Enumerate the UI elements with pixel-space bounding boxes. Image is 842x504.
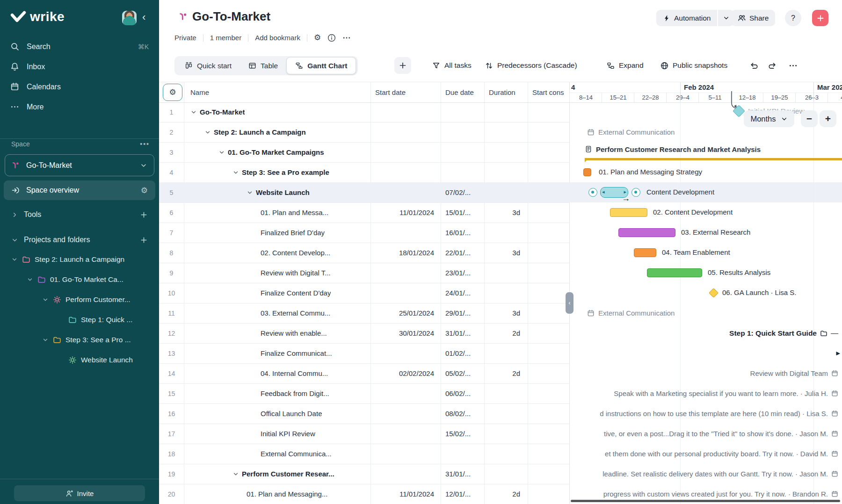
share-button[interactable]: Share xyxy=(731,10,775,26)
info-icon[interactable] xyxy=(327,34,336,42)
timeline-week-label[interactable]: 29–4 xyxy=(666,93,699,102)
task-name-cell[interactable]: Review with Digital T... xyxy=(184,263,370,283)
due-date-cell[interactable] xyxy=(441,444,484,464)
gantt-task-bar[interactable] xyxy=(610,208,647,217)
duration-cell[interactable] xyxy=(484,162,528,182)
start-date-cell[interactable] xyxy=(370,403,441,424)
gantt-task-square[interactable] xyxy=(583,168,591,176)
automation-button[interactable]: Automation xyxy=(656,10,717,26)
duration-cell[interactable] xyxy=(484,223,528,243)
chevron-down-icon[interactable] xyxy=(218,149,225,156)
start-date-cell[interactable] xyxy=(370,464,441,484)
start-date-cell[interactable] xyxy=(370,424,441,444)
chevron-down-icon[interactable] xyxy=(232,471,239,477)
task-name-cell[interactable]: 03. External Commu... xyxy=(184,303,370,323)
task-name-cell[interactable]: Finalize Content D'day xyxy=(184,283,370,303)
toolbar-more-ellipsis-icon[interactable] xyxy=(789,57,798,74)
start-date-cell[interactable] xyxy=(370,122,441,142)
duration-cell[interactable]: 2d xyxy=(484,363,528,383)
start-date-cell[interactable] xyxy=(370,162,441,182)
task-name-cell[interactable]: Initial KPI Review xyxy=(184,424,370,444)
duration-cell[interactable] xyxy=(484,283,528,303)
table-row[interactable]: 15Feedback from Digit...06/02/... xyxy=(159,383,569,404)
gantt-row-right[interactable]: Step 1: Quick Start Guide— xyxy=(729,323,838,343)
timeline-week-label[interactable]: 8–14 xyxy=(569,93,602,102)
horizontal-scrollbar[interactable] xyxy=(571,500,840,502)
duration-cell[interactable] xyxy=(484,142,528,162)
chevron-down-icon[interactable] xyxy=(11,237,18,244)
zoom-level-dropdown[interactable]: Months xyxy=(744,110,794,127)
duration-cell[interactable]: 3d xyxy=(484,303,528,323)
start-date-cell[interactable]: 11/01/2024 xyxy=(370,484,441,504)
tab-gantt-chart[interactable]: Gantt Chart xyxy=(286,57,356,74)
task-name-cell[interactable]: Step 3: See a Pro example xyxy=(184,162,370,182)
tab-table[interactable]: Table xyxy=(240,58,286,74)
task-name-cell[interactable]: Offical Launch Date xyxy=(184,403,370,424)
timeline-week-label[interactable]: 26–3 xyxy=(795,93,828,102)
public-snapshots-control[interactable]: Public snapshots xyxy=(661,57,727,74)
chevron-down-icon[interactable] xyxy=(204,129,211,136)
timeline-week-label[interactable]: 19–25 xyxy=(763,93,796,102)
plus-icon[interactable] xyxy=(140,236,148,244)
chevron-right-icon[interactable] xyxy=(11,211,18,218)
due-date-cell[interactable]: 22/01/... xyxy=(441,243,484,263)
timeline-week-label[interactable]: 22–28 xyxy=(634,93,667,102)
start-date-cell[interactable] xyxy=(370,182,441,202)
start-date-cell[interactable] xyxy=(370,102,441,122)
settings-gear-icon[interactable]: ⚙ xyxy=(314,33,321,43)
table-row[interactable]: 802. Content Develop...18/01/202422/01/.… xyxy=(159,243,569,263)
expand-control[interactable]: Expand xyxy=(607,57,644,74)
table-row[interactable]: 301. Go-To Market Campaigns xyxy=(159,142,569,163)
duration-cell[interactable]: 2d xyxy=(484,323,528,343)
table-row[interactable]: 5Website Launch07/02/... xyxy=(159,182,569,203)
duration-cell[interactable] xyxy=(484,444,528,464)
column-header-name[interactable]: Name xyxy=(190,82,209,102)
invite-button[interactable]: Invite xyxy=(14,485,145,501)
tab-quick-start[interactable]: Quick start xyxy=(176,58,240,74)
timeline-week-label[interactable]: 4– xyxy=(827,93,842,102)
due-date-cell[interactable]: 06/02/... xyxy=(441,383,484,403)
gantt-row-right[interactable]: d instructions on how to use this templa… xyxy=(600,403,838,424)
duration-cell[interactable] xyxy=(484,182,528,202)
chevron-down-icon[interactable] xyxy=(190,109,197,115)
filter-all-tasks[interactable]: All tasks xyxy=(432,57,472,74)
due-date-cell[interactable]: 29/01/... xyxy=(441,303,484,323)
privacy-label[interactable]: Private xyxy=(174,34,196,42)
table-settings-gear-button[interactable]: ⚙ xyxy=(163,84,182,101)
due-date-cell[interactable]: 23/01/... xyxy=(441,263,484,283)
sidebar-item-more[interactable]: More xyxy=(0,97,159,117)
due-date-cell[interactable]: 24/01/... xyxy=(441,283,484,303)
avatar[interactable] xyxy=(122,11,137,25)
gantt-row-right[interactable]: ☎Speak with a Marketing specialist if yo… xyxy=(614,383,838,403)
space-menu-icon[interactable]: ••• xyxy=(140,140,150,148)
undo-button[interactable] xyxy=(749,57,758,74)
gantt-task-label[interactable]: External Communication xyxy=(587,303,675,323)
zoom-in-button[interactable]: + xyxy=(820,110,836,127)
task-name-cell[interactable]: Step 2: Launch a Campaign xyxy=(184,122,370,142)
start-date-cell[interactable] xyxy=(370,142,441,162)
task-name-cell[interactable]: Go-To-Market xyxy=(184,102,370,122)
due-date-cell[interactable] xyxy=(441,162,484,182)
duration-cell[interactable] xyxy=(484,122,528,142)
gantt-play-marker[interactable]: ▶ xyxy=(836,343,840,363)
start-date-cell[interactable] xyxy=(370,343,441,363)
table-row[interactable]: 1103. External Commu...25/01/202429/01/.… xyxy=(159,303,569,324)
due-date-cell[interactable]: 01/02/... xyxy=(441,343,484,363)
column-header-due-date[interactable]: Due date xyxy=(445,82,474,102)
panel-divider-handle[interactable]: ‹ xyxy=(566,292,573,314)
duration-cell[interactable] xyxy=(484,424,528,444)
task-name-cell[interactable]: 04. Internal Commu... xyxy=(184,363,370,383)
summary-duration-bar[interactable] xyxy=(585,158,842,160)
duration-cell[interactable] xyxy=(484,343,528,363)
task-name-cell[interactable]: 01. Go-To Market Campaigns xyxy=(184,142,370,162)
gantt-task-bar[interactable] xyxy=(618,228,675,237)
due-date-cell[interactable]: 15/02/... xyxy=(441,424,484,444)
due-date-cell[interactable]: 05/02/... xyxy=(441,363,484,383)
sidebar-item-tools[interactable]: Tools xyxy=(4,206,155,223)
sidebar-item-space-overview[interactable]: Space overview ⚙ xyxy=(4,180,155,200)
due-date-cell[interactable] xyxy=(441,122,484,142)
task-name-cell[interactable]: 02. Content Develop... xyxy=(184,243,370,263)
task-name-cell[interactable]: Website Launch xyxy=(184,182,370,202)
table-row[interactable]: 10Finalize Content D'day24/01/... xyxy=(159,283,569,303)
table-row[interactable]: 9Review with Digital T...23/01/... xyxy=(159,263,569,283)
